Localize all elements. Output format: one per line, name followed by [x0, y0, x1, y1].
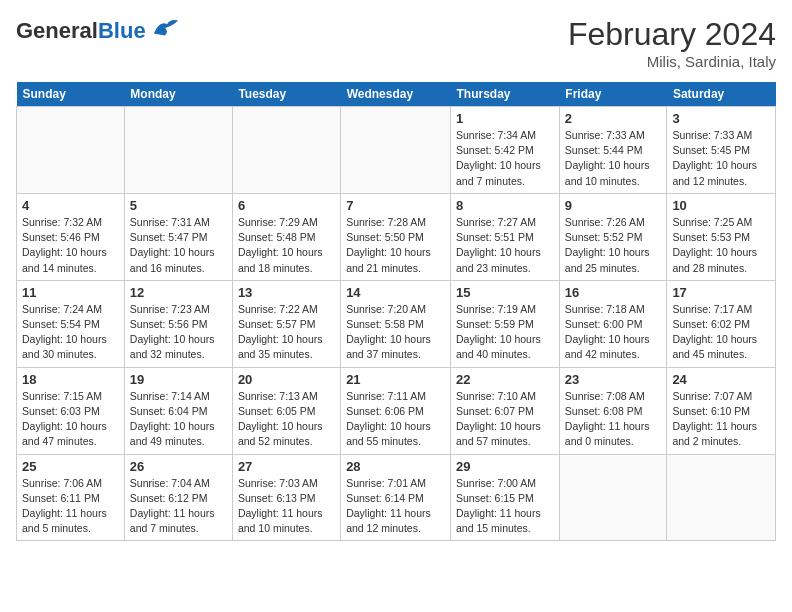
- day-number: 4: [22, 198, 119, 213]
- day-number: 26: [130, 459, 227, 474]
- weekday-header-wednesday: Wednesday: [341, 82, 451, 107]
- calendar-cell: 20Sunrise: 7:13 AM Sunset: 6:05 PM Dayli…: [232, 367, 340, 454]
- day-number: 17: [672, 285, 770, 300]
- logo: GeneralBlue: [16, 16, 180, 44]
- day-info: Sunrise: 7:19 AM Sunset: 5:59 PM Dayligh…: [456, 302, 554, 363]
- day-info: Sunrise: 7:13 AM Sunset: 6:05 PM Dayligh…: [238, 389, 335, 450]
- day-number: 15: [456, 285, 554, 300]
- calendar-cell: 23Sunrise: 7:08 AM Sunset: 6:08 PM Dayli…: [559, 367, 667, 454]
- calendar-title: February 2024: [568, 16, 776, 53]
- day-number: 3: [672, 111, 770, 126]
- day-info: Sunrise: 7:08 AM Sunset: 6:08 PM Dayligh…: [565, 389, 662, 450]
- calendar-cell: 11Sunrise: 7:24 AM Sunset: 5:54 PM Dayli…: [17, 280, 125, 367]
- calendar-cell: 9Sunrise: 7:26 AM Sunset: 5:52 PM Daylig…: [559, 193, 667, 280]
- day-info: Sunrise: 7:33 AM Sunset: 5:45 PM Dayligh…: [672, 128, 770, 189]
- calendar-cell: 25Sunrise: 7:06 AM Sunset: 6:11 PM Dayli…: [17, 454, 125, 541]
- day-info: Sunrise: 7:28 AM Sunset: 5:50 PM Dayligh…: [346, 215, 445, 276]
- day-number: 20: [238, 372, 335, 387]
- day-info: Sunrise: 7:27 AM Sunset: 5:51 PM Dayligh…: [456, 215, 554, 276]
- calendar-cell: 14Sunrise: 7:20 AM Sunset: 5:58 PM Dayli…: [341, 280, 451, 367]
- day-number: 6: [238, 198, 335, 213]
- week-row-0: 1Sunrise: 7:34 AM Sunset: 5:42 PM Daylig…: [17, 107, 776, 194]
- day-info: Sunrise: 7:17 AM Sunset: 6:02 PM Dayligh…: [672, 302, 770, 363]
- day-info: Sunrise: 7:15 AM Sunset: 6:03 PM Dayligh…: [22, 389, 119, 450]
- day-info: Sunrise: 7:07 AM Sunset: 6:10 PM Dayligh…: [672, 389, 770, 450]
- calendar-cell: 28Sunrise: 7:01 AM Sunset: 6:14 PM Dayli…: [341, 454, 451, 541]
- day-number: 16: [565, 285, 662, 300]
- day-info: Sunrise: 7:01 AM Sunset: 6:14 PM Dayligh…: [346, 476, 445, 537]
- calendar-cell: 2Sunrise: 7:33 AM Sunset: 5:44 PM Daylig…: [559, 107, 667, 194]
- logo-general-text: General: [16, 18, 98, 43]
- day-number: 5: [130, 198, 227, 213]
- day-info: Sunrise: 7:14 AM Sunset: 6:04 PM Dayligh…: [130, 389, 227, 450]
- logo-blue-text: Blue: [98, 18, 146, 43]
- day-info: Sunrise: 7:23 AM Sunset: 5:56 PM Dayligh…: [130, 302, 227, 363]
- day-info: Sunrise: 7:18 AM Sunset: 6:00 PM Dayligh…: [565, 302, 662, 363]
- calendar-subtitle: Milis, Sardinia, Italy: [568, 53, 776, 70]
- calendar-cell: 7Sunrise: 7:28 AM Sunset: 5:50 PM Daylig…: [341, 193, 451, 280]
- day-number: 12: [130, 285, 227, 300]
- day-info: Sunrise: 7:11 AM Sunset: 6:06 PM Dayligh…: [346, 389, 445, 450]
- calendar-cell: 27Sunrise: 7:03 AM Sunset: 6:13 PM Dayli…: [232, 454, 340, 541]
- calendar-cell: 17Sunrise: 7:17 AM Sunset: 6:02 PM Dayli…: [667, 280, 776, 367]
- weekday-header-row: SundayMondayTuesdayWednesdayThursdayFrid…: [17, 82, 776, 107]
- day-number: 2: [565, 111, 662, 126]
- day-number: 29: [456, 459, 554, 474]
- day-info: Sunrise: 7:10 AM Sunset: 6:07 PM Dayligh…: [456, 389, 554, 450]
- weekday-header-saturday: Saturday: [667, 82, 776, 107]
- day-number: 9: [565, 198, 662, 213]
- calendar-cell: [341, 107, 451, 194]
- calendar-cell: 12Sunrise: 7:23 AM Sunset: 5:56 PM Dayli…: [124, 280, 232, 367]
- calendar-cell: 29Sunrise: 7:00 AM Sunset: 6:15 PM Dayli…: [451, 454, 560, 541]
- day-info: Sunrise: 7:34 AM Sunset: 5:42 PM Dayligh…: [456, 128, 554, 189]
- day-info: Sunrise: 7:31 AM Sunset: 5:47 PM Dayligh…: [130, 215, 227, 276]
- logo-bird-icon: [152, 16, 180, 38]
- calendar-cell: 21Sunrise: 7:11 AM Sunset: 6:06 PM Dayli…: [341, 367, 451, 454]
- calendar-body: 1Sunrise: 7:34 AM Sunset: 5:42 PM Daylig…: [17, 107, 776, 541]
- day-info: Sunrise: 7:33 AM Sunset: 5:44 PM Dayligh…: [565, 128, 662, 189]
- week-row-1: 4Sunrise: 7:32 AM Sunset: 5:46 PM Daylig…: [17, 193, 776, 280]
- calendar-cell: 18Sunrise: 7:15 AM Sunset: 6:03 PM Dayli…: [17, 367, 125, 454]
- calendar-cell: [232, 107, 340, 194]
- calendar-cell: [124, 107, 232, 194]
- weekday-header-tuesday: Tuesday: [232, 82, 340, 107]
- day-number: 11: [22, 285, 119, 300]
- day-number: 25: [22, 459, 119, 474]
- calendar-cell: 24Sunrise: 7:07 AM Sunset: 6:10 PM Dayli…: [667, 367, 776, 454]
- day-number: 10: [672, 198, 770, 213]
- day-number: 19: [130, 372, 227, 387]
- calendar-cell: 13Sunrise: 7:22 AM Sunset: 5:57 PM Dayli…: [232, 280, 340, 367]
- day-info: Sunrise: 7:04 AM Sunset: 6:12 PM Dayligh…: [130, 476, 227, 537]
- calendar-cell: 5Sunrise: 7:31 AM Sunset: 5:47 PM Daylig…: [124, 193, 232, 280]
- day-info: Sunrise: 7:20 AM Sunset: 5:58 PM Dayligh…: [346, 302, 445, 363]
- day-number: 8: [456, 198, 554, 213]
- calendar-cell: 10Sunrise: 7:25 AM Sunset: 5:53 PM Dayli…: [667, 193, 776, 280]
- header: GeneralBlue February 2024 Milis, Sardini…: [16, 16, 776, 70]
- day-info: Sunrise: 7:06 AM Sunset: 6:11 PM Dayligh…: [22, 476, 119, 537]
- day-number: 18: [22, 372, 119, 387]
- calendar-cell: 26Sunrise: 7:04 AM Sunset: 6:12 PM Dayli…: [124, 454, 232, 541]
- day-number: 7: [346, 198, 445, 213]
- calendar-table: SundayMondayTuesdayWednesdayThursdayFrid…: [16, 82, 776, 541]
- day-number: 1: [456, 111, 554, 126]
- day-info: Sunrise: 7:22 AM Sunset: 5:57 PM Dayligh…: [238, 302, 335, 363]
- day-number: 21: [346, 372, 445, 387]
- calendar-cell: [559, 454, 667, 541]
- day-number: 14: [346, 285, 445, 300]
- day-info: Sunrise: 7:25 AM Sunset: 5:53 PM Dayligh…: [672, 215, 770, 276]
- day-info: Sunrise: 7:24 AM Sunset: 5:54 PM Dayligh…: [22, 302, 119, 363]
- day-number: 23: [565, 372, 662, 387]
- week-row-3: 18Sunrise: 7:15 AM Sunset: 6:03 PM Dayli…: [17, 367, 776, 454]
- calendar-cell: 3Sunrise: 7:33 AM Sunset: 5:45 PM Daylig…: [667, 107, 776, 194]
- calendar-cell: 22Sunrise: 7:10 AM Sunset: 6:07 PM Dayli…: [451, 367, 560, 454]
- calendar-cell: 6Sunrise: 7:29 AM Sunset: 5:48 PM Daylig…: [232, 193, 340, 280]
- day-number: 28: [346, 459, 445, 474]
- weekday-header-thursday: Thursday: [451, 82, 560, 107]
- day-number: 24: [672, 372, 770, 387]
- calendar-cell: 19Sunrise: 7:14 AM Sunset: 6:04 PM Dayli…: [124, 367, 232, 454]
- day-info: Sunrise: 7:32 AM Sunset: 5:46 PM Dayligh…: [22, 215, 119, 276]
- calendar-cell: 16Sunrise: 7:18 AM Sunset: 6:00 PM Dayli…: [559, 280, 667, 367]
- day-info: Sunrise: 7:00 AM Sunset: 6:15 PM Dayligh…: [456, 476, 554, 537]
- day-info: Sunrise: 7:03 AM Sunset: 6:13 PM Dayligh…: [238, 476, 335, 537]
- week-row-2: 11Sunrise: 7:24 AM Sunset: 5:54 PM Dayli…: [17, 280, 776, 367]
